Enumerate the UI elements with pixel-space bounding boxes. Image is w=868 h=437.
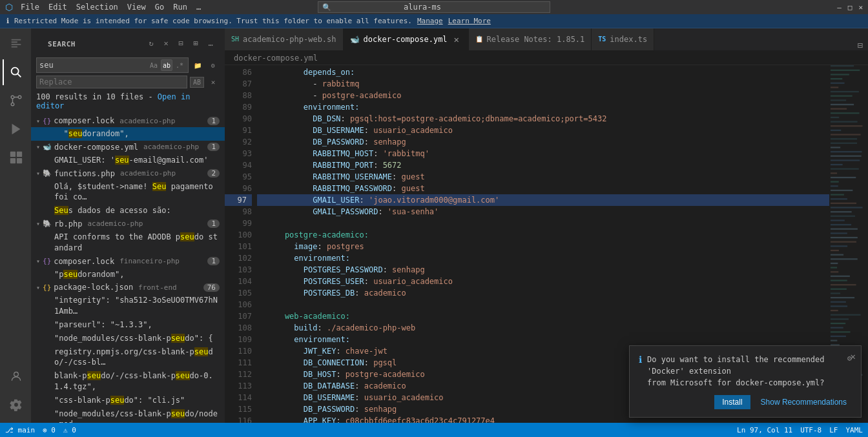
menu-more[interactable]: … — [196, 3, 201, 12]
replace-close-btn[interactable]: ✕ — [207, 76, 220, 88]
match-word-btn[interactable]: ab — [161, 59, 172, 71]
toggle-replace-btn[interactable]: … — [204, 37, 217, 50]
match-item[interactable]: GMAIL_USER: 'seu-email@gmail.com' — [31, 154, 225, 167]
file-encoding[interactable]: UTF-8 — [800, 426, 822, 434]
cursor-position[interactable]: Ln 97, Col 11 — [737, 426, 792, 434]
clear-results-btn[interactable]: ✕ — [160, 37, 172, 50]
app-logo-icon: ⬡ — [5, 2, 13, 12]
json-file-icon: {} — [43, 283, 51, 292]
maximize-icon[interactable]: □ — [848, 3, 852, 12]
warnings-count[interactable]: ⚠ 0 — [63, 426, 76, 434]
file-group-package-lock: ▾ {} package-lock.json front-end 76 "int… — [31, 281, 225, 423]
search-panel: seu Aa ab .* 📁 ⚙ AB ✕ 10 — [31, 55, 225, 114]
match-item[interactable]: "parseurl": "~1.3.3", — [31, 318, 225, 332]
activity-run-debug[interactable] — [3, 116, 28, 142]
activity-extensions[interactable] — [3, 145, 28, 170]
results-list: ▾ {} composer.lock academico-php 1 "seud… — [31, 114, 225, 423]
file-path: academico-php — [119, 117, 175, 125]
close-icon[interactable]: ✕ — [858, 3, 863, 12]
results-count: 100 results in 10 files - Open in editor — [36, 92, 220, 110]
minimize-icon[interactable]: — — [837, 3, 842, 12]
menu-edit[interactable]: Edit — [48, 3, 67, 12]
menu-go[interactable]: Go — [155, 3, 164, 12]
match-item[interactable]: API conforms to the ADODB pseudo standar… — [31, 230, 225, 255]
tab-index-ts[interactable]: TS index.ts — [592, 28, 654, 50]
menu-selection[interactable]: Selection — [76, 3, 118, 12]
svg-rect-7 — [17, 152, 22, 157]
file-group-functions: ▾ 🐘 functions.php academico-php 2 Olá, $… — [31, 167, 225, 218]
menu-file[interactable]: File — [21, 3, 39, 12]
activity-source-control[interactable] — [3, 88, 28, 114]
menu-run[interactable]: Run — [173, 3, 187, 12]
notification-close-btn[interactable]: ✕ — [851, 351, 856, 361]
editor-layout-btn[interactable]: ⊟ — [852, 40, 868, 50]
file-header-composer-academico[interactable]: ▾ {} composer.lock academico-php 1 — [31, 114, 225, 127]
tab-release-notes[interactable]: 📋 Release Notes: 1.85.1 — [469, 28, 592, 50]
match-case-btn[interactable]: Aa — [148, 59, 160, 71]
sidebar-title: SEARCH — [39, 34, 85, 52]
docker-tab-icon: 🐋 — [350, 35, 360, 44]
git-branch[interactable]: ⎇ main — [5, 426, 35, 434]
manage-link[interactable]: Manage — [417, 17, 443, 25]
preserve-case-btn[interactable]: AB — [190, 77, 204, 88]
activity-search[interactable] — [3, 59, 28, 85]
collapse-all-btn[interactable]: ⊟ — [174, 37, 187, 50]
file-name: docker-compose.yml — [54, 143, 138, 152]
search-toolbar: 100 results in 10 files - Open in editor — [36, 91, 220, 112]
file-header-functions[interactable]: ▾ 🐘 functions.php academico-php 2 — [31, 167, 225, 180]
sidebar: SEARCH ↻ ✕ ⊟ ⊞ … seu Aa ab .* 📁 — [31, 28, 225, 423]
chevron-down-icon: ▾ — [36, 258, 40, 265]
use-regex-btn[interactable]: .* — [174, 59, 185, 71]
search-input[interactable]: seu — [39, 61, 148, 70]
language-mode[interactable]: YAML — [846, 426, 863, 434]
match-item[interactable]: Olá, $student->name! Seu pagamento foi c… — [31, 180, 225, 205]
tab-academico-sh[interactable]: SH academico-php-web.sh — [225, 28, 344, 50]
file-header-package-lock[interactable]: ▾ {} package-lock.json front-end 76 — [31, 281, 225, 294]
tab-docker-compose[interactable]: 🐋 docker-compose.yml ✕ — [344, 28, 469, 50]
match-text: Olá, $student->name! Seu pagamento foi c… — [54, 181, 220, 203]
file-group-composer-academico: ▾ {} composer.lock academico-php 1 "seud… — [31, 114, 225, 141]
search-bar[interactable]: 🔍 alura-ms — [318, 1, 550, 13]
match-item[interactable]: "css-blank-pseudo": "cli.js" — [31, 394, 225, 407]
tab-close-btn[interactable]: ✕ — [451, 34, 462, 45]
match-count: 1 — [207, 219, 220, 228]
match-item[interactable]: "node_modules/css-blank-pseudo": { — [31, 332, 225, 345]
dismiss-icon[interactable]: ✕ — [209, 128, 220, 139]
activity-account[interactable] — [3, 363, 28, 389]
activity-explorer[interactable] — [3, 31, 28, 57]
match-item[interactable]: "node_modules/css-blank-pseudo/node_mod… — [31, 407, 225, 423]
open-new-editor-btn[interactable]: ⊞ — [189, 37, 202, 50]
php-file-icon: 🐘 — [43, 169, 52, 178]
replace-input[interactable] — [39, 77, 184, 86]
errors-count[interactable]: ⊗ 0 — [43, 426, 56, 434]
match-item[interactable]: registry.npmjs.org/css-blank-pseudo/-/cs… — [31, 345, 225, 370]
file-header-rb[interactable]: ▾ 🐘 rb.php academico-php 1 — [31, 218, 225, 230]
match-item[interactable]: "integrity": "sha512-3oSeUO0TMV67hN1Amb… — [31, 294, 225, 318]
line-ending[interactable]: LF — [829, 426, 838, 434]
search-toolbar-actions: ↻ ✕ ⊟ ⊞ … — [145, 37, 217, 50]
docker-notification-popup: ℹ Do you want to install the recommended… — [629, 345, 862, 418]
file-path: academico-php — [143, 143, 199, 151]
install-extension-button[interactable]: Install — [714, 395, 750, 409]
file-actions-btn[interactable]: 📁 — [191, 59, 204, 72]
code-line: DB_USERNAME: usuario_academico — [257, 125, 829, 136]
menu-view[interactable]: View — [127, 3, 146, 12]
settings-search-btn[interactable]: ⚙ — [207, 59, 220, 72]
refresh-btn[interactable]: ↻ — [145, 37, 158, 50]
replace-input-wrapper[interactable] — [36, 76, 187, 88]
rename-icon[interactable]: ⚙ — [198, 128, 208, 139]
match-item[interactable]: "seudorandom", ⚙ ✕ — [31, 127, 225, 141]
tab-label: academico-php-web.sh — [243, 35, 336, 44]
file-path: front-end — [138, 283, 177, 292]
match-item[interactable]: blank-pseudo/-/css-blank-pseudo-0.1.4.tg… — [31, 369, 225, 394]
title-bar-left: ⬡ File Edit Selection View Go Run … — [5, 2, 201, 12]
activity-settings[interactable] — [3, 392, 28, 418]
code-line: RABBITMQ_PORT: 5672 — [257, 159, 829, 171]
learn-more-link[interactable]: Learn More — [448, 17, 491, 25]
file-header-docker-compose[interactable]: ▾ 🐋 docker-compose.yml academico-php 1 — [31, 141, 225, 154]
match-item[interactable]: "pseudorandom", — [31, 268, 225, 281]
match-item[interactable]: Seus dados de acesso são: — [31, 204, 225, 218]
file-header-composer-financeiro[interactable]: ▾ {} composer.lock financeiro-php 1 — [31, 255, 225, 268]
search-input-wrapper[interactable]: seu Aa ab .* — [36, 57, 189, 73]
show-recommendations-button[interactable]: Show Recommendations — [756, 395, 852, 409]
